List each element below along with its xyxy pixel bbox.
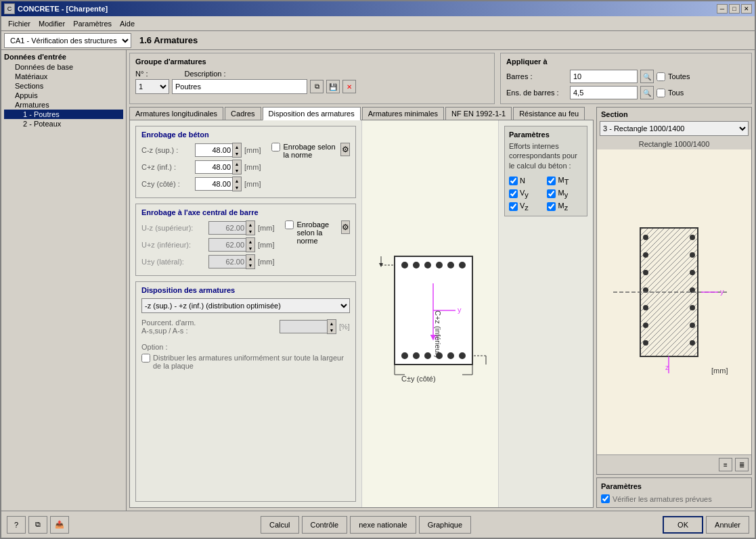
verifier-checkbox[interactable] bbox=[601, 494, 610, 503]
ens-barres-input[interactable] bbox=[570, 86, 638, 99]
calcul-button[interactable]: Calcul bbox=[261, 516, 299, 534]
tous-label: Tous bbox=[668, 89, 684, 97]
uz-sup-input[interactable] bbox=[208, 221, 246, 235]
svg-point-41 bbox=[690, 323, 695, 328]
cy-cote-up[interactable]: ▲ bbox=[233, 177, 241, 184]
axe-info-icon[interactable]: ⚙ bbox=[341, 220, 350, 234]
norme-enrobage-checkbox[interactable] bbox=[271, 143, 280, 151]
sidebar-item-materiaux[interactable]: Matériaux bbox=[4, 72, 123, 81]
svg-text:C±y (côté): C±y (côté) bbox=[401, 375, 436, 383]
help-button[interactable]: ? bbox=[7, 516, 26, 534]
tab-armatures-minimales[interactable]: Armatures minimales bbox=[362, 107, 444, 120]
save-icon[interactable]: 💾 bbox=[326, 80, 340, 93]
sidebar-item-sections[interactable]: Sections bbox=[4, 81, 123, 91]
uz-inf-down[interactable]: ▼ bbox=[246, 245, 254, 252]
svg-point-2 bbox=[413, 262, 420, 268]
appliquer-title: Appliquer à bbox=[506, 57, 746, 66]
tab-disposition[interactable]: Disposition des armatures bbox=[263, 107, 361, 120]
app-icon: C bbox=[4, 3, 15, 14]
controle-button[interactable]: Contrôle bbox=[302, 516, 348, 534]
tab-cadres[interactable]: Cadres bbox=[225, 107, 261, 120]
menu-modifier[interactable]: Modifier bbox=[35, 18, 69, 29]
as-label: A-s,sup / A-s : bbox=[141, 327, 277, 335]
svg-point-5 bbox=[447, 262, 454, 268]
cb-my[interactable] bbox=[547, 189, 556, 198]
uz-sup-down[interactable]: ▼ bbox=[246, 228, 254, 235]
sidebar-item-poutres[interactable]: 1 - Poutres bbox=[4, 110, 123, 119]
svg-point-4 bbox=[436, 262, 443, 268]
minimize-button[interactable]: ─ bbox=[717, 4, 728, 14]
cz-inf-input[interactable] bbox=[195, 160, 232, 174]
delete-icon[interactable]: ✕ bbox=[342, 80, 356, 93]
uy-lat-down[interactable]: ▼ bbox=[246, 262, 254, 268]
menu-parametres[interactable]: Paramètres bbox=[69, 18, 116, 29]
annuler-button[interactable]: Annuler bbox=[706, 516, 749, 534]
sidebar-item-poteaux[interactable]: 2 - Poteaux bbox=[4, 119, 123, 128]
cb-my-label: My bbox=[558, 189, 568, 199]
barres-search-icon[interactable]: 🔍 bbox=[640, 70, 654, 83]
cz-sup-up[interactable]: ▲ bbox=[233, 143, 241, 150]
cb-mt[interactable] bbox=[547, 177, 556, 185]
cz-sup-down[interactable]: ▼ bbox=[233, 150, 241, 157]
sidebar-item-appuis[interactable]: Appuis bbox=[4, 91, 123, 100]
barres-input[interactable] bbox=[570, 70, 638, 83]
sidebar-section-label: Données d'entrée bbox=[4, 53, 123, 61]
maximize-button[interactable]: □ bbox=[729, 4, 740, 14]
cb-mz[interactable] bbox=[547, 202, 556, 211]
enrobage-info-icon[interactable]: ⚙ bbox=[340, 143, 350, 156]
section-icon2[interactable]: ≣ bbox=[735, 458, 749, 471]
tab-armatures-longitudinales[interactable]: Armatures longitudinales bbox=[129, 107, 223, 120]
ok-button[interactable]: OK bbox=[663, 516, 703, 534]
cb-n[interactable] bbox=[509, 177, 518, 185]
description-input[interactable] bbox=[172, 79, 307, 94]
svg-point-3 bbox=[424, 262, 431, 268]
cz-sup-input[interactable] bbox=[195, 143, 232, 157]
uy-lat-up[interactable]: ▲ bbox=[246, 255, 254, 262]
section-dropdown[interactable]: 3 - Rectangle 1000/1400 bbox=[600, 121, 749, 136]
export-bottom-button[interactable]: 📤 bbox=[50, 516, 69, 534]
copy-icon[interactable]: ⧉ bbox=[310, 80, 324, 93]
svg-point-29 bbox=[643, 235, 648, 240]
section-diagram: y z C-z (supérieur) bbox=[368, 243, 493, 385]
n-select[interactable]: 1 bbox=[135, 79, 169, 94]
graphique-button[interactable]: Graphique bbox=[419, 516, 471, 534]
pourcent-input[interactable] bbox=[280, 320, 327, 333]
disposition-dropdown[interactable]: -z (sup.) - +z (inf.) (distribution opti… bbox=[141, 298, 350, 313]
menu-aide[interactable]: Aide bbox=[116, 18, 139, 29]
tab-resistance-feu[interactable]: Résistance au feu bbox=[513, 107, 585, 120]
tab-nf-en[interactable]: NF EN 1992-1-1 bbox=[445, 107, 512, 120]
menu-fichier[interactable]: Fichier bbox=[4, 18, 35, 29]
tabs-row: Armatures longitudinales Cadres Disposit… bbox=[129, 107, 594, 120]
cz-inf-up[interactable]: ▲ bbox=[233, 160, 241, 167]
cz-inf-label: C+z (inf.) : bbox=[141, 163, 192, 171]
cz-inf-down[interactable]: ▼ bbox=[233, 167, 241, 174]
uz-inf-input[interactable] bbox=[208, 238, 246, 252]
nexe-button[interactable]: nexe nationale bbox=[350, 516, 416, 534]
tous-checkbox[interactable] bbox=[657, 89, 665, 97]
cb-mz-label: Mz bbox=[558, 202, 568, 212]
cy-cote-input[interactable] bbox=[195, 177, 232, 191]
section-icon1[interactable]: ≡ bbox=[719, 458, 732, 471]
sidebar-item-armatures[interactable]: Armatures bbox=[4, 100, 123, 110]
uz-sup-up[interactable]: ▲ bbox=[246, 221, 254, 228]
case-dropdown[interactable]: CA1 - Vérification des structures bbox=[4, 33, 131, 48]
toutes-checkbox[interactable] bbox=[657, 72, 665, 81]
menu-bar: Fichier Modifier Paramètres Aide bbox=[1, 16, 755, 31]
distribuer-checkbox[interactable] bbox=[141, 354, 150, 362]
cb-vy[interactable] bbox=[509, 189, 518, 198]
cb-vz[interactable] bbox=[509, 202, 518, 211]
pourcent-up[interactable]: ▲ bbox=[328, 320, 336, 327]
sidebar: Données d'entrée Données de base Matéria… bbox=[1, 50, 127, 511]
pourcent-down[interactable]: ▼ bbox=[328, 327, 336, 333]
svg-text:y: y bbox=[720, 287, 724, 296]
uz-inf-up[interactable]: ▲ bbox=[246, 238, 254, 245]
norme-axe-checkbox[interactable] bbox=[285, 220, 294, 229]
cy-cote-down[interactable]: ▼ bbox=[233, 184, 241, 191]
close-button[interactable]: ✕ bbox=[741, 4, 752, 14]
uy-lat-input[interactable] bbox=[208, 255, 246, 268]
window-title: CONCRETE - [Charpente] bbox=[18, 5, 108, 13]
ens-search-icon[interactable]: 🔍 bbox=[640, 86, 654, 99]
copy-bottom-button[interactable]: ⧉ bbox=[28, 516, 47, 534]
toutes-label: Toutes bbox=[668, 72, 690, 80]
sidebar-item-donnees-base[interactable]: Données de base bbox=[4, 62, 123, 72]
